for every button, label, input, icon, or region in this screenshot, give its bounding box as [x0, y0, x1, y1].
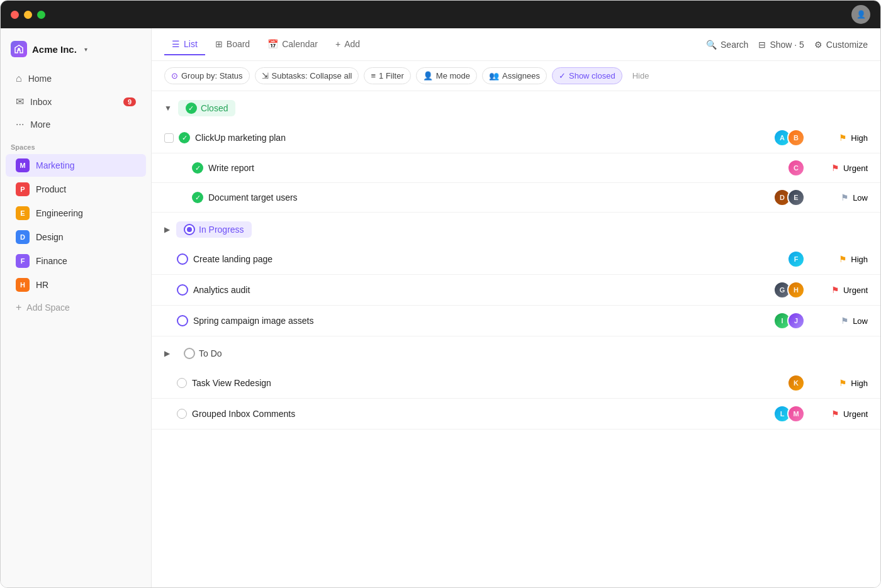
avatar: K: [787, 374, 805, 392]
add-space-button[interactable]: + Add Space: [6, 297, 146, 318]
customize-label: Customize: [826, 40, 868, 50]
calendar-tab-icon: 📅: [267, 39, 278, 49]
tab-board[interactable]: ⊞ Board: [208, 34, 257, 55]
task-name: Analytics audit: [193, 285, 773, 295]
in-progress-group-chevron-icon: ▶: [164, 225, 170, 234]
sidebar-item-marketing[interactable]: M Marketing: [6, 154, 146, 177]
avatar: M: [787, 405, 805, 423]
task-status-icon[interactable]: ✓: [192, 192, 203, 203]
maximize-button[interactable]: [37, 11, 45, 19]
filter-hide-button[interactable]: Hide: [627, 68, 654, 84]
task-assignees: G H: [773, 281, 805, 299]
task-status-icon[interactable]: [177, 378, 187, 388]
show-closed-icon: ✓: [559, 71, 566, 80]
title-bar: 👤: [1, 1, 880, 28]
task-status-icon[interactable]: [177, 315, 188, 326]
group-header-closed[interactable]: ▼ ✓ Closed: [152, 91, 880, 123]
task-status-icon[interactable]: [177, 253, 188, 265]
minimize-button[interactable]: [24, 11, 32, 19]
hr-label: HR: [36, 280, 48, 290]
table-row[interactable]: ⋮⋮ ✓ ClickUp marketing plan A B ⚑ High: [152, 123, 880, 153]
filter-show-closed[interactable]: ✓ Show closed: [552, 67, 622, 84]
task-name: Grouped Inbox Comments: [192, 409, 773, 419]
filter-1filter[interactable]: ≡ 1 Filter: [364, 67, 410, 84]
priority-label: Urgent: [843, 164, 868, 173]
task-status-icon[interactable]: ✓: [192, 162, 203, 174]
filter-1-label: 1 Filter: [379, 71, 404, 80]
product-avatar: P: [16, 182, 30, 196]
filter-assignees[interactable]: 👥 Assignees: [482, 67, 547, 84]
tab-calendar[interactable]: 📅 Calendar: [260, 34, 325, 55]
task-checkbox-area: [177, 378, 187, 388]
sidebar-item-product[interactable]: P Product: [6, 178, 146, 201]
priority-flag: ⚑ Urgent: [817, 163, 868, 173]
close-button[interactable]: [11, 11, 19, 19]
sidebar: Acme Inc. ▾ ⌂ Home ✉ Inbox 9 ··· More Sp…: [1, 28, 152, 587]
task-assignees: C: [787, 159, 805, 177]
todo-group-chevron-icon: ▶: [164, 349, 170, 358]
design-label: Design: [36, 232, 64, 242]
user-avatar[interactable]: 👤: [851, 5, 870, 24]
customize-icon: ⚙: [814, 40, 822, 50]
group-header-in-progress[interactable]: ▶ In Progress: [152, 213, 880, 244]
plus-icon: +: [16, 302, 21, 313]
task-checkbox-area: [177, 253, 188, 265]
top-toolbar: ☰ List ⊞ Board 📅 Calendar + Add �: [152, 28, 880, 61]
task-assignees: F: [787, 250, 805, 268]
group-status-icon: ⊙: [171, 71, 178, 80]
sidebar-item-more[interactable]: ··· More: [6, 114, 146, 135]
search-button[interactable]: 🔍 Search: [706, 40, 748, 50]
priority-label: High: [851, 379, 868, 388]
table-row[interactable]: Spring campaign image assets I J ⚑ Low: [152, 306, 880, 336]
table-row[interactable]: Task View Redesign K ⚑ High: [152, 368, 880, 399]
table-row[interactable]: ✓ Write report C ⚑ Urgent: [152, 153, 880, 183]
table-row[interactable]: Grouped Inbox Comments L M ⚑ Urgent: [152, 399, 880, 430]
brand-button[interactable]: Acme Inc. ▾: [1, 36, 151, 67]
sidebar-item-finance[interactable]: F Finance: [6, 250, 146, 272]
calendar-tab-label: Calendar: [282, 39, 318, 49]
avatar: J: [787, 312, 805, 330]
search-icon: 🔍: [706, 40, 717, 50]
list-tab-label: List: [184, 39, 198, 49]
tab-add[interactable]: + Add: [328, 34, 368, 55]
sidebar-item-home[interactable]: ⌂ Home: [6, 68, 146, 89]
priority-flag: ⚑ High: [817, 378, 868, 388]
task-checkbox-area: ✓: [192, 192, 203, 203]
task-name: Spring campaign image assets: [193, 316, 773, 326]
assignees-icon: 👥: [489, 71, 499, 80]
brand-chevron-icon: ▾: [84, 46, 87, 53]
closed-group-badge: ✓ Closed: [178, 100, 236, 116]
task-name: Task View Redesign: [192, 378, 787, 388]
task-name: ClickUp marketing plan: [195, 133, 773, 143]
task-assignees: L M: [773, 405, 805, 423]
inbox-icon: ✉: [16, 96, 24, 108]
priority-flag: ⚑ High: [817, 254, 868, 264]
task-name: Document target users: [208, 192, 773, 202]
filter-group-status[interactable]: ⊙ Group by: Status: [164, 67, 250, 84]
table-row[interactable]: Analytics audit G H ⚑ Urgent: [152, 275, 880, 306]
tab-list[interactable]: ☰ List: [164, 34, 205, 55]
table-row[interactable]: ✓ Document target users D E ⚑ Low: [152, 183, 880, 213]
sidebar-item-engineering[interactable]: E Engineering: [6, 202, 146, 225]
add-tab-label: Add: [344, 39, 360, 49]
design-avatar: D: [16, 230, 30, 244]
flag-icon: ⚑: [839, 378, 847, 388]
group-header-todo[interactable]: ▶ To Do: [152, 336, 880, 368]
hr-avatar: H: [16, 278, 30, 292]
avatar: E: [787, 189, 805, 206]
priority-label: Low: [853, 193, 868, 202]
table-row[interactable]: Create landing page F ⚑ High: [152, 244, 880, 275]
filter-me-mode[interactable]: 👤 Me mode: [416, 67, 477, 84]
task-status-icon[interactable]: [177, 284, 188, 296]
show-button[interactable]: ⊟ Show · 5: [758, 40, 804, 50]
sidebar-item-hr[interactable]: H HR: [6, 274, 146, 296]
sidebar-item-design[interactable]: D Design: [6, 226, 146, 248]
filter-subtasks[interactable]: ⇲ Subtasks: Collapse all: [255, 67, 359, 84]
sidebar-item-inbox[interactable]: ✉ Inbox 9: [6, 91, 146, 113]
customize-button[interactable]: ⚙ Customize: [814, 40, 868, 50]
inbox-badge: 9: [123, 97, 136, 106]
task-status-icon[interactable]: [177, 409, 187, 419]
search-label: Search: [721, 40, 748, 50]
sidebar-item-more-label: More: [30, 119, 50, 130]
marketing-avatar: M: [16, 158, 30, 172]
